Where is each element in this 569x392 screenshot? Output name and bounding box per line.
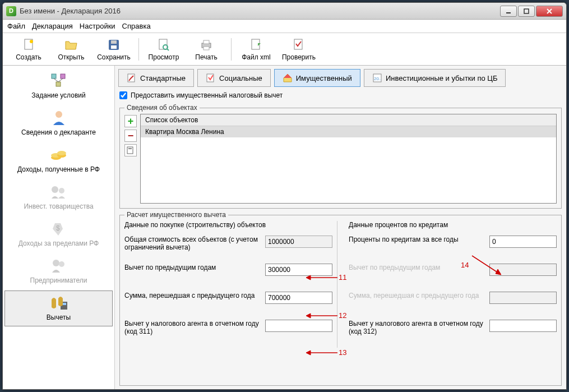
agent312-label: Вычет у налогового агента в отчетном год… [349, 320, 484, 335]
sidebar-item-invest-partnerships[interactable]: Инвест. товарищества [4, 179, 113, 215]
provide-deduction-row: Предоставить имущественный налоговый выч… [117, 88, 564, 103]
print-icon [199, 38, 214, 52]
tab-label: Имущественный [296, 74, 352, 82]
invest-partnerships-icon [48, 183, 70, 200]
objects-list-header: Список объектов [141, 114, 556, 126]
check-icon [292, 38, 306, 52]
remove-object-button[interactable]: − [124, 130, 137, 142]
sidebar-label: Задание условий [31, 91, 85, 99]
credit-total-label: Проценты по кредитам за все годы [349, 236, 484, 243]
income-rf-icon [48, 146, 70, 163]
minimize-button[interactable] [500, 6, 517, 17]
menu-file[interactable]: Файл [7, 22, 25, 30]
conditions-icon [48, 72, 70, 89]
credit-carry-input[interactable] [489, 292, 557, 304]
tab-property[interactable]: Имущественный [274, 69, 360, 87]
preview-button[interactable]: Просмотр [144, 35, 184, 63]
svg-point-27 [52, 186, 58, 193]
close-button[interactable] [536, 6, 563, 17]
carryover-input[interactable] [265, 292, 332, 304]
file-xml-button[interactable]: Файл xml [236, 35, 276, 63]
income-abroad-icon: $ [48, 220, 70, 237]
credit-prev-input[interactable] [489, 264, 557, 276]
sidebar-label: Инвест. товарищества [24, 202, 93, 210]
tab-invest[interactable]: 20.. Инвестиционные и убытки по ЦБ [364, 69, 506, 87]
check-button[interactable]: Проверить [279, 35, 319, 63]
objects-list[interactable]: Список объектов Квартира Москва Ленина [140, 114, 557, 204]
sidebar-item-income-abroad[interactable]: $ Доходы за пределами РФ [4, 216, 113, 252]
print-button[interactable]: Печать [186, 35, 226, 63]
window-title: Без имени - Декларация 2016 [20, 7, 500, 15]
edit-object-button[interactable] [124, 144, 137, 156]
sidebar-item-deductions[interactable]: Вычеты [4, 290, 113, 326]
menu-settings[interactable]: Настройки [80, 22, 115, 30]
body-area: Задание условий Сведения о декларанте До… [3, 66, 566, 389]
add-object-button[interactable]: + [124, 115, 137, 127]
sidebar-item-conditions[interactable]: Задание условий [4, 68, 113, 104]
purchase-column: Данные по покупке (строительству) объект… [124, 221, 337, 348]
svg-text:20..: 20.. [374, 76, 381, 81]
save-icon [107, 38, 121, 52]
svg-point-31 [59, 261, 64, 267]
sidebar-item-declarant[interactable]: Сведения о декларанте [4, 105, 113, 141]
maximize-button[interactable] [518, 6, 535, 17]
folder-open-icon [64, 38, 78, 52]
standard-icon [127, 73, 137, 83]
check-label: Проверить [282, 53, 316, 61]
svg-rect-8 [111, 45, 117, 49]
agent312-input[interactable] [489, 320, 557, 332]
file-xml-label: Файл xml [242, 53, 271, 61]
tab-row: Стандартные Социальные Имущественный 20.… [117, 68, 564, 88]
prev-years-label: Вычет по предыдущим годам [124, 264, 260, 271]
tab-social[interactable]: Социальные [197, 69, 271, 87]
print-label: Печать [195, 53, 217, 61]
menu-help[interactable]: Справка [122, 22, 151, 30]
sidebar-item-entrepreneurs[interactable]: Предприниматели [4, 253, 113, 289]
svg-rect-38 [127, 147, 133, 154]
separator [138, 38, 139, 61]
social-icon [206, 73, 216, 83]
svg-rect-17 [52, 74, 56, 79]
credit-carry-label: Сумма, перешедшая с предыдущего года [349, 292, 484, 299]
svg-rect-14 [203, 47, 209, 50]
app-window: Без имени - Декларация 2016 Файл Деклара… [2, 2, 567, 390]
open-button[interactable]: Открыть [51, 35, 91, 63]
document-new-icon [21, 38, 36, 52]
object-row[interactable]: Квартира Москва Ленина [141, 126, 556, 137]
provide-deduction-checkbox[interactable] [119, 91, 127, 99]
sidebar: Задание условий Сведения о декларанте До… [3, 66, 115, 389]
prev-years-input[interactable] [265, 264, 332, 276]
svg-line-21 [58, 79, 63, 82]
total-cost-label: Общая стоимость всех объектов (с учетом … [124, 236, 260, 251]
file-xml-icon [249, 38, 263, 52]
preview-label: Просмотр [149, 53, 179, 61]
svg-point-5 [30, 40, 33, 43]
svg-rect-1 [524, 9, 529, 13]
svg-point-30 [53, 260, 59, 266]
objects-fieldset: Сведения об объектах + − Список объектов… [119, 104, 562, 209]
agent311-input[interactable] [265, 320, 332, 332]
tab-label: Социальные [219, 74, 262, 82]
svg-rect-13 [203, 40, 209, 44]
save-button[interactable]: Сохранить [94, 35, 134, 63]
calc-legend: Расчет имущественного вычета [124, 211, 228, 219]
svg-line-11 [167, 49, 169, 50]
save-label: Сохранить [97, 53, 131, 61]
agent311-label: Вычет у налогового агента в отчетном год… [124, 320, 260, 335]
create-label: Создать [16, 53, 41, 61]
sidebar-label: Сведения о декларанте [21, 128, 96, 136]
total-cost-input[interactable] [265, 236, 332, 248]
tab-label: Стандартные [140, 74, 186, 82]
credit-total-input[interactable] [489, 236, 557, 248]
carryover-label: Сумма, перешедшая с предыдущего года [124, 292, 260, 299]
create-button[interactable]: Создать [8, 35, 49, 63]
tab-standard[interactable]: Стандартные [118, 69, 194, 87]
sidebar-label: Доходы, полученные в РФ [17, 165, 100, 173]
svg-point-28 [59, 188, 64, 193]
credit-column: Данные процентов по кредитам Проценты по… [344, 221, 557, 348]
menu-declaration[interactable]: Декларация [32, 22, 73, 30]
toolbar: Создать Открыть Сохранить Просмотр Печат… [3, 33, 566, 66]
menubar: Файл Декларация Настройки Справка [3, 20, 566, 33]
sidebar-item-income-rf[interactable]: Доходы, полученные в РФ [4, 142, 113, 178]
main-pane: Стандартные Социальные Имущественный 20.… [115, 66, 566, 389]
